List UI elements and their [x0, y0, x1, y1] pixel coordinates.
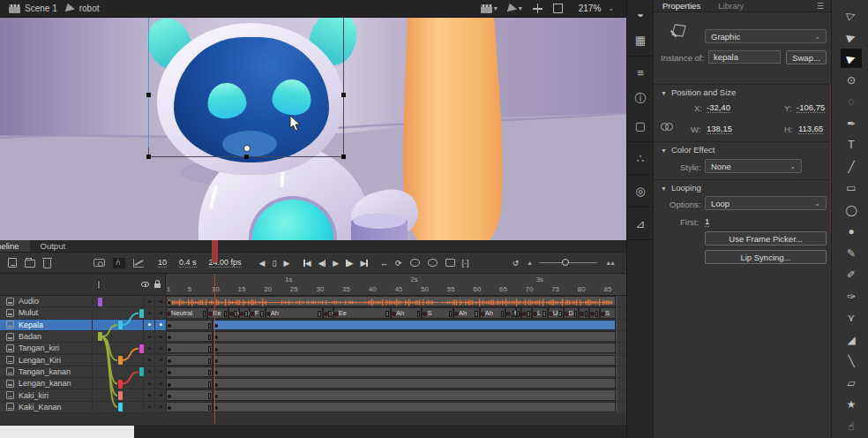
mouth-keyframe-span[interactable]: Ah: [391, 307, 423, 318]
frames-row-lengan_kanan[interactable]: [166, 378, 626, 389]
w-value[interactable]: 138,15: [707, 124, 732, 134]
info-panel-icon[interactable]: ⓘ: [627, 86, 654, 112]
layer-row-badan[interactable]: Badan: [0, 331, 166, 343]
pencil-tool[interactable]: ✎: [841, 244, 862, 263]
mouth-keyframe-span[interactable]: Ah: [266, 307, 323, 318]
parent-handle[interactable]: [118, 380, 123, 389]
frames-row-tangan_kanan[interactable]: [166, 366, 626, 378]
transform-panel-icon[interactable]: ▢: [627, 112, 654, 139]
subselection-tool[interactable]: ▶: [841, 27, 862, 47]
mouth-keyframe-span[interactable]: S: [422, 307, 453, 318]
layer-row-lengan_kiri[interactable]: Lengan_Kiri: [0, 355, 166, 366]
lock-cell[interactable]: [154, 378, 166, 389]
lock-cell[interactable]: [154, 389, 166, 400]
transformation-point[interactable]: [243, 145, 251, 152]
timeline-zoom-slider[interactable]: [539, 262, 597, 263]
color-effect-section-header[interactable]: ▼Color Effect: [654, 141, 832, 157]
delete-layer-button[interactable]: [43, 260, 51, 268]
selection-handle[interactable]: [146, 155, 151, 159]
layer-row-tangan_kiri[interactable]: Tangan_kiri: [0, 343, 166, 354]
parent-handle[interactable]: [118, 391, 123, 400]
clip-content-button[interactable]: [553, 4, 563, 13]
parent-handle[interactable]: [118, 403, 123, 412]
keyframe-dot[interactable]: [168, 336, 171, 339]
instance-name-field[interactable]: kepala: [708, 50, 781, 64]
edit-scene-button[interactable]: ▾: [481, 4, 498, 13]
eraser-tool[interactable]: ▱: [841, 374, 862, 393]
mouth-keyframe-span[interactable]: M: [505, 307, 516, 318]
mouth-keyframe-span[interactable]: L: [532, 307, 548, 318]
x-value[interactable]: -32,40: [707, 102, 730, 113]
position-size-section-header[interactable]: ▼Position and Size: [654, 84, 832, 100]
stage-zoom-select[interactable]: 217% ⌄: [573, 2, 619, 15]
parent-handle[interactable]: [118, 321, 123, 329]
selection-handle[interactable]: [146, 93, 151, 97]
center-playhead-button[interactable]: ↔: [380, 259, 388, 268]
visibility-cell[interactable]: [143, 320, 154, 330]
asset-warp-tool[interactable]: ★: [841, 395, 862, 414]
lock-all-icon[interactable]: [154, 283, 161, 288]
y-value[interactable]: -106,75: [797, 102, 825, 113]
new-folder-button[interactable]: [25, 260, 35, 268]
tab-timeline[interactable]: Timeline: [0, 240, 30, 252]
frame-span[interactable]: [166, 343, 213, 353]
frame-span[interactable]: [213, 366, 615, 377]
mouth-keyframe-span[interactable]: Ah: [480, 307, 506, 318]
eyedropper-tool[interactable]: ╲: [841, 351, 862, 371]
tab-output[interactable]: Output: [30, 240, 77, 252]
paint-brush-tool[interactable]: ✑: [841, 287, 862, 306]
selection-handle[interactable]: [341, 93, 346, 97]
visibility-cell[interactable]: [143, 343, 154, 353]
lock-cell[interactable]: [154, 402, 166, 412]
lasso-tool[interactable]: ◌: [841, 92, 862, 111]
current-frame-field[interactable]: 10: [158, 258, 167, 268]
align-panel-icon[interactable]: ≡: [627, 59, 654, 86]
mouth-keyframe-span[interactable]: Ah: [453, 307, 480, 318]
onion-skin-button[interactable]: [410, 259, 420, 267]
frame-span[interactable]: [213, 402, 615, 412]
reset-timeline-zoom-button[interactable]: ↺: [513, 259, 520, 268]
frames-row-mulut[interactable]: NeutralEeDEeFAhDEeAhSAhAhMLUhDS: [166, 307, 626, 319]
audio-frame-span[interactable]: [166, 296, 616, 306]
layer-row-mulut[interactable]: Mulut: [0, 307, 166, 319]
oval-tool[interactable]: ◯: [841, 200, 862, 220]
parent-handle[interactable]: [98, 332, 102, 341]
visibility-cell[interactable]: [143, 378, 154, 389]
symbol-crumb[interactable]: robot: [66, 4, 100, 13]
selection-bounding-box[interactable]: [148, 18, 344, 157]
visibility-cell[interactable]: [143, 355, 154, 366]
mouth-keyframe-span[interactable]: Ee: [333, 307, 391, 318]
frame-ruler[interactable]: 1s2s3s1510152025303540455055606570758085: [166, 274, 626, 296]
keyframe-dot[interactable]: [168, 406, 171, 410]
modify-markers-button[interactable]: [·]: [462, 259, 469, 268]
frame-span[interactable]: [166, 320, 213, 330]
edit-multiple-frames-button[interactable]: [445, 259, 455, 267]
gradient-transform-tool[interactable]: ⊙: [841, 71, 862, 90]
loop-playback-button[interactable]: ⟳: [395, 259, 402, 268]
parent-handle[interactable]: [139, 367, 144, 376]
line-tool[interactable]: ╱: [841, 157, 862, 177]
frame-span[interactable]: [213, 378, 615, 389]
free-transform-tool[interactable]: ▶: [841, 49, 862, 68]
visibility-cell[interactable]: [143, 296, 154, 306]
looping-section-header[interactable]: ▼Looping: [654, 179, 832, 195]
zoom-out-frames-icon[interactable]: ▲: [527, 260, 531, 266]
layer-row-lengan_kanan[interactable]: Lengan_kanan: [0, 378, 166, 389]
graph-view-button[interactable]: [133, 259, 144, 268]
mouth-keyframe-span[interactable]: F: [250, 307, 266, 318]
frame-span[interactable]: [166, 355, 213, 366]
mouth-keyframe-span[interactable]: D: [564, 307, 580, 318]
bone-tool[interactable]: ⋎: [841, 308, 862, 328]
color-style-dropdown[interactable]: None ⌄: [705, 159, 802, 173]
frames-area[interactable]: NeutralEeDEeFAhDEeAhSAhAhMLUhDS: [166, 296, 626, 413]
use-frame-picker-button[interactable]: Use Frame Picker...: [705, 231, 827, 245]
loop-options-dropdown[interactable]: Loop ⌄: [705, 196, 827, 210]
frame-span[interactable]: [166, 402, 213, 412]
mouth-keyframe-span[interactable]: [521, 307, 532, 318]
mouth-keyframe-span[interactable]: [589, 307, 600, 318]
lip-syncing-button[interactable]: Lip Syncing...: [705, 250, 827, 264]
frame-span[interactable]: [166, 389, 213, 400]
mouth-keyframe-span[interactable]: Ee: [207, 307, 228, 318]
camera-button[interactable]: [94, 259, 105, 267]
oval-primitive-tool[interactable]: ●: [841, 222, 862, 241]
